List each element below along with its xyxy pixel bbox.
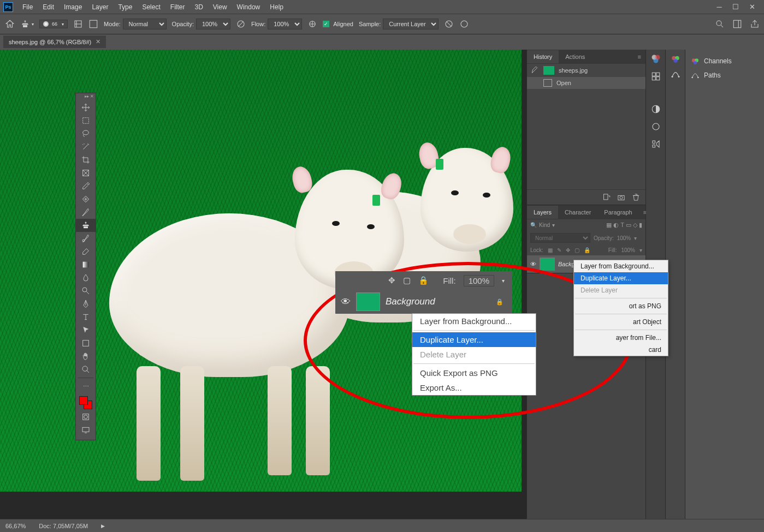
gradient-tool[interactable]	[76, 258, 96, 271]
panel-menu-icon[interactable]: ≡	[633, 53, 645, 60]
pressure-size-icon[interactable]	[459, 19, 469, 29]
collapse-icon[interactable]: ▸▸	[85, 94, 89, 100]
clone-stamp-tool[interactable]	[76, 219, 96, 232]
lasso-tool[interactable]	[76, 127, 96, 140]
paths-mini-icon[interactable]	[671, 69, 680, 79]
menu-select[interactable]: Select	[137, 1, 165, 13]
ctx-duplicate-layer[interactable]: Duplicate Layer...	[412, 332, 536, 347]
workspace-icon[interactable]	[732, 19, 742, 29]
menu-filter[interactable]: Filter	[165, 1, 190, 13]
move-tool[interactable]	[76, 101, 96, 114]
clone-source-icon[interactable]	[88, 19, 98, 29]
blur-tool[interactable]	[76, 271, 96, 284]
ctx-smart-object[interactable]: art Object	[574, 316, 668, 328]
ctx-replace-layer[interactable]: ayer from File...	[574, 332, 668, 344]
zoom-layer-row[interactable]: 👁 Background 🔒	[335, 290, 512, 314]
search-icon[interactable]	[715, 19, 725, 29]
history-brush-tool[interactable]	[76, 232, 96, 245]
ctx-export-as[interactable]: Export As...	[412, 380, 536, 395]
history-snapshot[interactable]: sheeps.jpg	[527, 64, 645, 77]
ctx-quick-export[interactable]: Quick Export as PNG	[412, 366, 536, 380]
ctx-layer-from-background[interactable]: Layer from Background...	[412, 314, 536, 328]
color-swatches[interactable]	[78, 395, 93, 410]
path-select-tool[interactable]	[76, 324, 96, 337]
tab-layers[interactable]: Layers	[527, 206, 558, 219]
lock-artboard-icon[interactable]: ▢	[575, 247, 579, 253]
magic-wand-tool[interactable]	[76, 140, 96, 153]
menu-file[interactable]: File	[17, 1, 38, 13]
menu-image[interactable]: Image	[59, 1, 87, 13]
adjustments-icon[interactable]	[651, 104, 661, 114]
menu-3d[interactable]: 3D	[189, 1, 208, 13]
swatches-icon[interactable]	[651, 71, 661, 81]
lock-transparency-icon[interactable]: ▦	[548, 247, 553, 253]
new-document-icon[interactable]	[602, 193, 611, 201]
eraser-tool[interactable]	[76, 245, 96, 258]
lock-all-icon[interactable]: 🔒	[584, 247, 590, 253]
flow-select[interactable]: 100%	[268, 19, 302, 29]
history-step-open[interactable]: Open	[527, 77, 645, 89]
pen-tool[interactable]	[76, 297, 96, 310]
edit-toolbar[interactable]: ⋯	[76, 380, 96, 393]
tab-paragraph[interactable]: Paragraph	[597, 206, 638, 219]
hand-tool[interactable]	[76, 350, 96, 363]
menu-help[interactable]: Help	[265, 1, 288, 13]
paths-panel-button[interactable]: Paths	[685, 68, 764, 82]
brush-picker[interactable]: ▾	[21, 20, 34, 28]
tab-character[interactable]: Character	[558, 206, 597, 219]
aligned-checkbox[interactable]: ✓Aligned	[323, 21, 353, 27]
eyedropper-tool[interactable]	[76, 180, 96, 193]
opacity-select[interactable]: 100%	[196, 19, 230, 29]
brush-tool[interactable]	[76, 206, 96, 219]
channels-panel-button[interactable]: Channels	[685, 54, 764, 68]
close-tab-icon[interactable]: ✕	[96, 38, 100, 45]
menu-view[interactable]: View	[208, 1, 232, 13]
airbrush-icon[interactable]	[307, 19, 317, 29]
ctx-duplicate-layer[interactable]: Duplicate Layer...	[574, 272, 668, 284]
ctx-discard[interactable]: card	[574, 344, 668, 356]
snapshot-icon[interactable]	[617, 193, 625, 201]
ctx-layer-from-background[interactable]: Layer from Background...	[574, 260, 668, 272]
menu-edit[interactable]: Edit	[38, 1, 59, 13]
document-tab[interactable]: sheeps.jpg @ 66,7% (RGB/8#) ✕	[3, 35, 106, 48]
quickmask-tool[interactable]	[76, 410, 96, 423]
home-icon[interactable]	[4, 19, 15, 29]
pressure-opacity-icon[interactable]	[236, 19, 246, 29]
window-close[interactable]: ✕	[749, 3, 755, 11]
foreground-color[interactable]	[79, 396, 88, 405]
channels-mini-icon[interactable]	[671, 54, 680, 64]
lock-position-icon[interactable]: ✥	[566, 247, 570, 253]
healing-tool[interactable]	[76, 193, 96, 206]
zoom-tool[interactable]	[76, 363, 96, 376]
window-minimize[interactable]: ─	[716, 3, 722, 11]
color-icon[interactable]	[651, 54, 661, 64]
trash-icon[interactable]	[632, 193, 640, 201]
close-icon[interactable]: ✕	[90, 94, 94, 100]
window-maximize[interactable]: ☐	[732, 3, 739, 11]
visibility-icon[interactable]: 👁	[530, 261, 536, 267]
styles-icon[interactable]	[651, 122, 661, 131]
marquee-tool[interactable]	[76, 114, 96, 127]
ignore-adjustments-icon[interactable]	[444, 19, 454, 29]
layer-filter-bar[interactable]: 🔍 Kind ▾ ▦ ◐ T ▭ ◇ ▮	[527, 219, 645, 231]
doc-size[interactable]: Doc: 7,05M/7,05M	[39, 523, 88, 529]
type-tool[interactable]	[76, 310, 96, 324]
ctx-quick-export[interactable]: ort as PNG	[574, 300, 668, 312]
layer-blend-select[interactable]: Normal	[530, 233, 590, 243]
visibility-icon[interactable]: 👁	[341, 296, 351, 308]
zoom-level[interactable]: 66,67%	[5, 523, 26, 529]
tab-history[interactable]: History	[527, 50, 559, 63]
blend-mode-select[interactable]: Normal	[123, 19, 167, 29]
menu-layer[interactable]: Layer	[87, 1, 113, 13]
screenmode-tool[interactable]	[76, 423, 96, 437]
brush-preset[interactable]: 66 ▾	[39, 20, 68, 28]
sample-select[interactable]: Current Layer	[383, 19, 439, 29]
dodge-tool[interactable]	[76, 284, 96, 297]
lock-paint-icon[interactable]: ✎	[557, 247, 561, 253]
frame-tool[interactable]	[76, 166, 96, 180]
menu-window[interactable]: Window	[232, 1, 265, 13]
brush-panel-icon[interactable]	[73, 19, 83, 29]
share-icon[interactable]	[750, 19, 760, 29]
shape-tool[interactable]	[76, 337, 96, 350]
crop-tool[interactable]	[76, 153, 96, 166]
